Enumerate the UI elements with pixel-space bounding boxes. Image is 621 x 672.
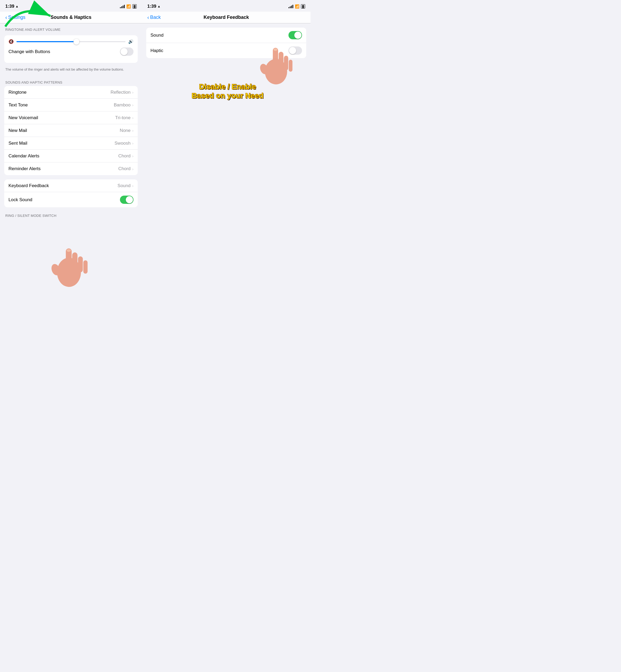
- reminder-alerts-right: Chord ›: [118, 166, 133, 171]
- haptic-row[interactable]: Haptic: [146, 43, 306, 58]
- right-back-label[interactable]: Back: [150, 14, 161, 20]
- left-status-bar: 1:39 ▲ 📶 ▓: [0, 0, 142, 12]
- new-mail-chevron-icon: ›: [132, 128, 133, 133]
- svg-rect-6: [83, 260, 88, 274]
- calendar-alerts-right: Chord ›: [118, 154, 133, 159]
- toggle-knob: [121, 48, 128, 55]
- change-with-buttons-toggle[interactable]: [120, 47, 133, 56]
- sent-mail-value: Swoosh: [115, 141, 131, 146]
- haptic-toggle[interactable]: [288, 46, 302, 55]
- volume-slider-fill: [16, 41, 76, 42]
- right-battery-icon: ▓: [301, 4, 305, 8]
- right-signal-icon: [288, 5, 293, 8]
- reminder-alerts-label: Reminder Alerts: [8, 166, 41, 171]
- text-tone-chevron-icon: ›: [132, 103, 133, 107]
- keyboard-feedback-row[interactable]: Keyboard Feedback Sound ›: [4, 179, 138, 192]
- new-mail-right: None ›: [120, 128, 133, 133]
- ringtone-right: Reflection ›: [111, 90, 133, 95]
- lock-sound-toggle[interactable]: [120, 196, 133, 204]
- right-status-icons: 📶 ▓: [288, 4, 305, 8]
- sounds-card: Ringtone Reflection › Text Tone Bamboo ›…: [4, 86, 138, 175]
- volume-slider-thumb[interactable]: [74, 39, 79, 45]
- left-nav-bar: ‹ Settings Sounds & Haptics: [0, 12, 142, 24]
- ringtone-chevron-icon: ›: [132, 90, 133, 94]
- text-tone-label: Text Tone: [8, 102, 28, 108]
- volume-note: The volume of the ringer and alerts will…: [0, 65, 142, 76]
- new-voicemail-right: Tri-tone ›: [115, 115, 133, 121]
- keyboard-feedback-card: Sound Haptic: [146, 28, 306, 58]
- sound-toggle[interactable]: [288, 31, 302, 39]
- sent-mail-label: Sent Mail: [8, 141, 27, 146]
- sent-mail-chevron-icon: ›: [132, 141, 133, 145]
- battery-icon: ▓: [132, 4, 137, 8]
- reminder-alerts-chevron-icon: ›: [132, 167, 133, 171]
- new-mail-label: New Mail: [8, 128, 27, 133]
- left-panel: 1:39 ▲ 📶 ▓ ‹ Settings Sounds & Haptics R…: [0, 0, 142, 336]
- volume-high-icon: 🔊: [128, 39, 133, 44]
- left-status-icons: 📶 ▓: [120, 4, 137, 8]
- sound-row[interactable]: Sound: [146, 28, 306, 43]
- sounds-section-label: SOUNDS AND HAPTIC PATTERNS: [0, 76, 142, 86]
- haptic-label: Haptic: [151, 48, 163, 53]
- left-nav-title: Sounds & Haptics: [50, 14, 91, 20]
- svg-rect-3: [66, 248, 72, 270]
- location-icon: ▲: [15, 4, 18, 8]
- reminder-alerts-value: Chord: [118, 166, 131, 171]
- text-tone-row[interactable]: Text Tone Bamboo ›: [4, 99, 138, 112]
- reminder-alerts-row[interactable]: Reminder Alerts Chord ›: [4, 162, 138, 175]
- back-chevron-icon: ‹: [5, 14, 7, 20]
- haptic-toggle-knob: [289, 47, 296, 54]
- right-wifi-icon: 📶: [295, 4, 299, 8]
- wifi-icon: 📶: [126, 4, 131, 8]
- right-nav-bar: ‹ Back Keyboard Feedback: [142, 12, 310, 24]
- calendar-alerts-value: Chord: [118, 154, 131, 159]
- new-voicemail-value: Tri-tone: [115, 115, 131, 121]
- bottom-card: Keyboard Feedback Sound › Lock Sound: [4, 179, 138, 207]
- right-status-bar: 1:39 ▲ 📶 ▓: [142, 0, 310, 12]
- volume-slider-row[interactable]: 🔇 🔊: [8, 39, 133, 44]
- right-nav-title: Keyboard Feedback: [204, 14, 249, 20]
- svg-point-9: [259, 62, 270, 75]
- svg-point-1: [57, 258, 81, 287]
- lock-sound-row[interactable]: Lock Sound: [4, 192, 138, 207]
- right-time: 1:39 ▲: [147, 4, 161, 9]
- ringtone-row[interactable]: Ringtone Reflection ›: [4, 86, 138, 99]
- right-location-icon: ▲: [157, 4, 161, 8]
- back-label[interactable]: Settings: [8, 14, 26, 20]
- keyboard-feedback-value: Sound: [118, 183, 131, 188]
- annotation-text: Disable / Enable Based on your Need: [150, 82, 305, 100]
- volume-card: 🔇 🔊 Change with Buttons: [4, 35, 138, 63]
- keyboard-feedback-label: Keyboard Feedback: [8, 183, 49, 188]
- new-voicemail-chevron-icon: ›: [132, 116, 133, 120]
- sound-toggle-knob: [294, 32, 301, 39]
- ringtone-label: Ringtone: [8, 90, 27, 95]
- svg-point-7: [67, 249, 71, 252]
- svg-rect-4: [72, 252, 78, 271]
- settings-back-button[interactable]: ‹ Settings: [5, 14, 26, 20]
- new-voicemail-label: New Voicemail: [8, 115, 38, 121]
- change-with-buttons-label: Change with Buttons: [8, 49, 50, 54]
- calendar-alerts-label: Calendar Alerts: [8, 154, 39, 159]
- svg-rect-5: [78, 256, 83, 272]
- calendar-alerts-row[interactable]: Calendar Alerts Chord ›: [4, 150, 138, 162]
- ring-silent-label: RING / SILENT MODE SWITCH: [0, 209, 142, 219]
- lock-sound-label: Lock Sound: [8, 197, 32, 203]
- ringtone-section-label: RINGTONE AND ALERT VOLUME: [0, 24, 142, 33]
- new-mail-row[interactable]: New Mail None ›: [4, 124, 138, 137]
- sent-mail-row[interactable]: Sent Mail Swoosh ›: [4, 137, 138, 150]
- text-tone-value: Bamboo: [114, 102, 131, 108]
- calendar-alerts-chevron-icon: ›: [132, 154, 133, 158]
- sent-mail-right: Swoosh ›: [115, 141, 133, 146]
- text-tone-right: Bamboo ›: [114, 102, 133, 108]
- keyboard-feedback-back-button[interactable]: ‹ Back: [147, 14, 161, 20]
- new-voicemail-row[interactable]: New Voicemail Tri-tone ›: [4, 112, 138, 124]
- hand-pointer-left-icon: [48, 235, 90, 288]
- left-time: 1:39 ▲: [5, 4, 18, 9]
- volume-slider-track[interactable]: [16, 41, 126, 42]
- svg-point-8: [265, 59, 287, 84]
- change-with-buttons-row[interactable]: Change with Buttons: [8, 44, 133, 59]
- ringtone-value: Reflection: [111, 90, 131, 95]
- sound-label: Sound: [151, 33, 163, 38]
- right-panel: 1:39 ▲ 📶 ▓ ‹ Back Keyboard Feedback Soun…: [142, 0, 310, 336]
- keyboard-feedback-chevron-icon: ›: [132, 183, 133, 188]
